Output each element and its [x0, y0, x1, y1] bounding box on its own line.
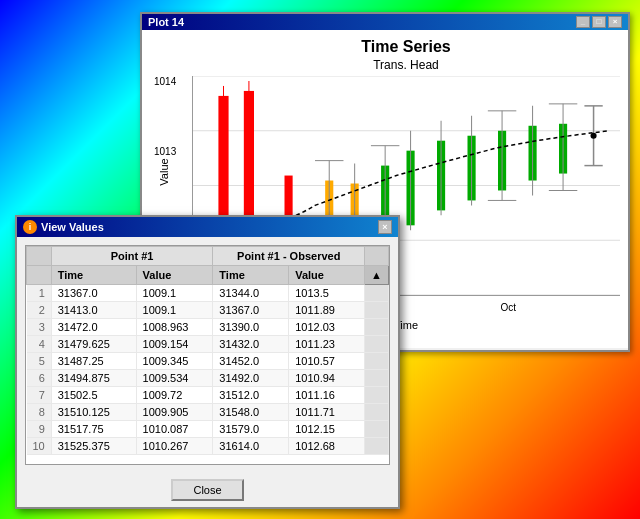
- cell-time1: 31487.25: [51, 353, 136, 370]
- cell-scroll: [365, 421, 389, 438]
- cell-scroll: [365, 302, 389, 319]
- col-row-num: [27, 247, 52, 266]
- dialog-titlebar-left: i View Values: [23, 220, 104, 234]
- cell-time2: 31512.0: [213, 387, 289, 404]
- chart-subtitle: Trans. Head: [192, 58, 620, 72]
- cell-value2: 1012.68: [289, 438, 365, 455]
- table-row: 6 31494.875 1009.534 31492.0 1010.94: [27, 370, 389, 387]
- cell-value2: 1010.94: [289, 370, 365, 387]
- table-row: 7 31502.5 1009.72 31512.0 1011.16: [27, 387, 389, 404]
- cell-value1: 1009.905: [136, 404, 213, 421]
- row-num: 5: [27, 353, 52, 370]
- col-time1: Time: [51, 266, 136, 285]
- col-scroll-spacer2: ▲: [365, 266, 389, 285]
- cell-value1: 1009.534: [136, 370, 213, 387]
- cell-value2: 1012.03: [289, 319, 365, 336]
- cell-value2: 1011.16: [289, 387, 365, 404]
- cell-scroll: [365, 285, 389, 302]
- row-num: 3: [27, 319, 52, 336]
- cell-value2: 1013.5: [289, 285, 365, 302]
- cell-value2: 1011.71: [289, 404, 365, 421]
- cell-time1: 31413.0: [51, 302, 136, 319]
- data-table-body: 1 31367.0 1009.1 31344.0 1013.5 2 31413.…: [27, 285, 389, 455]
- dialog-title-label: View Values: [41, 221, 104, 233]
- cell-value2: 1012.15: [289, 421, 365, 438]
- cell-scroll: [365, 370, 389, 387]
- cell-time1: 31479.625: [51, 336, 136, 353]
- col-value1: Value: [136, 266, 213, 285]
- data-table-container[interactable]: Point #1 Point #1 - Observed Time Value …: [25, 245, 390, 465]
- row-num: 1: [27, 285, 52, 302]
- dialog-close-button[interactable]: ×: [378, 220, 392, 234]
- cell-value2: 1011.23: [289, 336, 365, 353]
- col-value2: Value: [289, 266, 365, 285]
- cell-time1: 31367.0: [51, 285, 136, 302]
- cell-scroll: [365, 353, 389, 370]
- svg-point-39: [591, 133, 597, 139]
- col-point1-header: Point #1: [51, 247, 213, 266]
- y-tick-1013: 1013: [154, 146, 176, 157]
- cell-time1: 31510.125: [51, 404, 136, 421]
- row-num: 8: [27, 404, 52, 421]
- cell-time2: 31548.0: [213, 404, 289, 421]
- dialog-content: Point #1 Point #1 - Observed Time Value …: [17, 237, 398, 473]
- table-row: 8 31510.125 1009.905 31548.0 1011.71: [27, 404, 389, 421]
- row-num: 2: [27, 302, 52, 319]
- cell-time2: 31432.0: [213, 336, 289, 353]
- cell-scroll: [365, 336, 389, 353]
- plot-close-button[interactable]: ×: [608, 16, 622, 28]
- cell-value1: 1009.72: [136, 387, 213, 404]
- cell-value1: 1009.345: [136, 353, 213, 370]
- col-scroll-spacer: [365, 247, 389, 266]
- cell-time2: 31452.0: [213, 353, 289, 370]
- cell-time1: 31472.0: [51, 319, 136, 336]
- close-button[interactable]: Close: [171, 479, 243, 501]
- cell-time2: 31367.0: [213, 302, 289, 319]
- table-row: 1 31367.0 1009.1 31344.0 1013.5: [27, 285, 389, 302]
- col-time2: Time: [213, 266, 289, 285]
- cell-value2: 1011.89: [289, 302, 365, 319]
- table-row: 9 31517.75 1010.087 31579.0 1012.15: [27, 421, 389, 438]
- cell-scroll: [365, 438, 389, 455]
- cell-value1: 1009.1: [136, 285, 213, 302]
- cell-scroll: [365, 387, 389, 404]
- plot-title-label: Plot 14: [148, 16, 184, 28]
- row-num: 6: [27, 370, 52, 387]
- x-tick-oct: Oct: [500, 302, 516, 313]
- table-row: 10 31525.375 1010.267 31614.0 1012.68: [27, 438, 389, 455]
- cell-value1: 1010.267: [136, 438, 213, 455]
- data-table: Point #1 Point #1 - Observed Time Value …: [26, 246, 389, 455]
- cell-scroll: [365, 319, 389, 336]
- cell-time1: 31517.75: [51, 421, 136, 438]
- row-num: 7: [27, 387, 52, 404]
- plot-maximize-button[interactable]: □: [592, 16, 606, 28]
- y-tick-1014: 1014: [154, 76, 176, 87]
- cell-time1: 31494.875: [51, 370, 136, 387]
- cell-time2: 31344.0: [213, 285, 289, 302]
- cell-time2: 31579.0: [213, 421, 289, 438]
- cell-time2: 31614.0: [213, 438, 289, 455]
- col-blank: [27, 266, 52, 285]
- cell-value1: 1009.1: [136, 302, 213, 319]
- cell-time1: 31525.375: [51, 438, 136, 455]
- cell-value1: 1008.963: [136, 319, 213, 336]
- cell-time1: 31502.5: [51, 387, 136, 404]
- table-row: 5 31487.25 1009.345 31452.0 1010.57: [27, 353, 389, 370]
- table-row: 4 31479.625 1009.154 31432.0 1011.23: [27, 336, 389, 353]
- plot-titlebar: Plot 14 _ □ ×: [142, 14, 628, 30]
- cell-time2: 31492.0: [213, 370, 289, 387]
- table-row: 3 31472.0 1008.963 31390.0 1012.03: [27, 319, 389, 336]
- cell-scroll: [365, 404, 389, 421]
- row-num: 4: [27, 336, 52, 353]
- chart-title: Time Series: [192, 38, 620, 56]
- row-num: 9: [27, 421, 52, 438]
- plot-titlebar-controls: _ □ ×: [576, 16, 622, 28]
- row-num: 10: [27, 438, 52, 455]
- cell-value2: 1010.57: [289, 353, 365, 370]
- table-row: 2 31413.0 1009.1 31367.0 1011.89: [27, 302, 389, 319]
- view-values-dialog: i View Values × Point #1 Point #1 - Obse…: [15, 215, 400, 509]
- dialog-titlebar[interactable]: i View Values ×: [17, 217, 398, 237]
- cell-value1: 1009.154: [136, 336, 213, 353]
- col-point1-observed-header: Point #1 - Observed: [213, 247, 365, 266]
- plot-minimize-button[interactable]: _: [576, 16, 590, 28]
